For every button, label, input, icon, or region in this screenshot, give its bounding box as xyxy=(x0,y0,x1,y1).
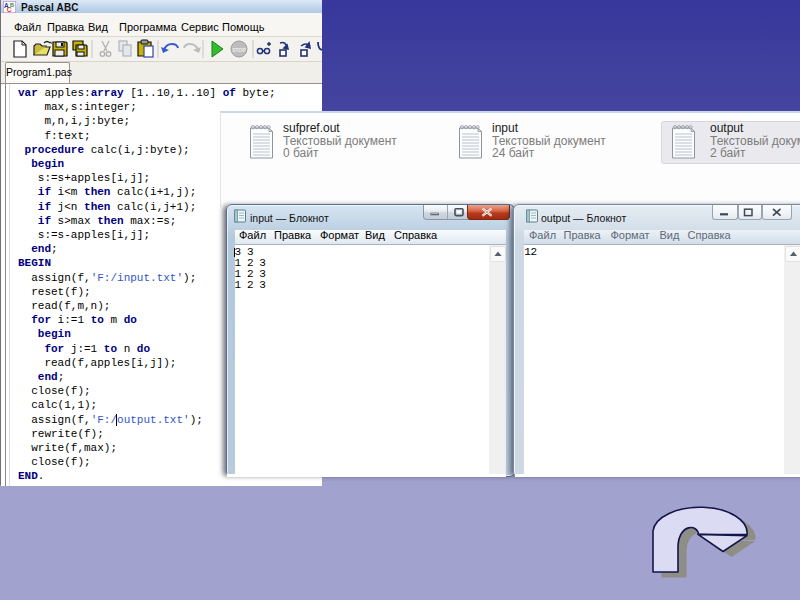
svg-text:STOP: STOP xyxy=(232,47,246,53)
svg-text:C: C xyxy=(7,6,12,13)
